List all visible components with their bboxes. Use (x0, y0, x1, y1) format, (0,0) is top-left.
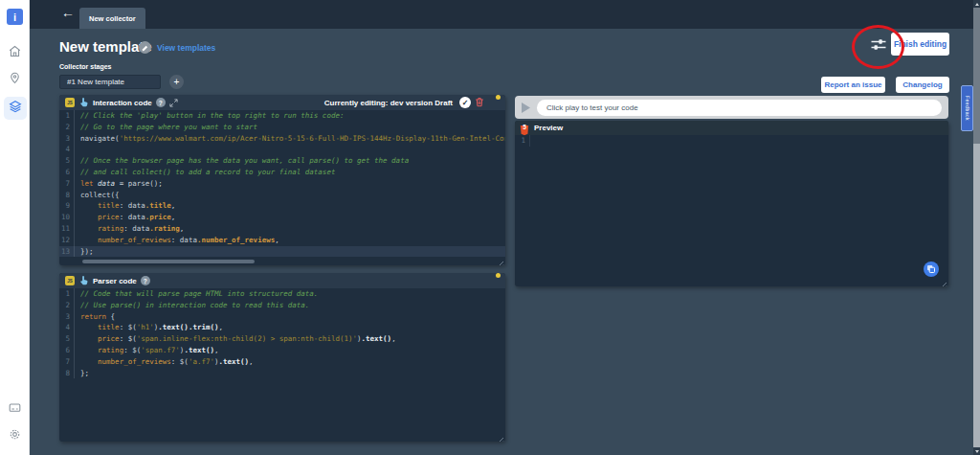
code-line[interactable]: 4 title: $('h1').text().trim(), (59, 322, 505, 333)
scroll-down-arrow-icon[interactable] (973, 447, 980, 455)
parser-code-editor[interactable]: 1// Code that will parse page HTML into … (59, 288, 505, 378)
location-pin-icon (8, 71, 22, 89)
code-line[interactable]: 13}); (59, 246, 505, 258)
code-line[interactable]: 7 number_of_reviews: $('a.f7').text(), (59, 356, 505, 368)
horizontal-scrollbar (80, 260, 492, 263)
line-number: 6 (59, 345, 75, 356)
code-line[interactable]: 10 price: data.price, (59, 212, 505, 223)
line-number: 5 (59, 155, 75, 167)
gear-icon (8, 427, 22, 445)
code-line[interactable]: 2// Use parse() in interaction code to r… (59, 300, 505, 311)
code-line[interactable]: 4 (59, 144, 505, 155)
changelog-button[interactable]: Changelog (896, 77, 949, 93)
line-number: 10 (59, 212, 75, 223)
view-templates-link[interactable]: View templates (157, 43, 215, 53)
stage-input[interactable] (59, 75, 161, 89)
page-scrollbar[interactable] (973, 0, 980, 455)
test-input-pill (537, 100, 942, 116)
collector-stages-label: Collector stages (59, 63, 111, 70)
version-history-icon[interactable] (488, 97, 500, 108)
delete-icon[interactable] (475, 95, 484, 111)
line-number: 1 (59, 110, 75, 122)
top-bar: ← New collector (30, 0, 973, 29)
preview-editor[interactable]: 1 (515, 135, 948, 147)
line-number: 2 (59, 300, 75, 311)
line-number: 1 (515, 135, 530, 147)
line-number: 13 (59, 246, 75, 258)
js-icon: JS (65, 98, 75, 107)
parser-code-panel: JS Parser code ? 1// Code that will pars… (59, 273, 505, 442)
interaction-code-panel: JS Interaction code ? Currently editing:… (59, 95, 505, 265)
interaction-code-editor[interactable]: 1// Click the 'play' button in the top r… (59, 110, 505, 257)
sidebar-item-collectors[interactable] (4, 97, 27, 120)
interaction-panel-header: JS Interaction code ? Currently editing:… (59, 95, 505, 110)
settings-sliders-icon[interactable] (870, 37, 887, 52)
left-sidebar: i (0, 0, 30, 455)
resize-grip-icon[interactable] (939, 277, 947, 285)
line-number: 4 (59, 144, 75, 155)
line-number: 7 (59, 356, 75, 368)
js-icon: JS (65, 276, 75, 285)
code-line[interactable]: 5 price: $('span.inline-flex:nth-child(2… (59, 333, 505, 345)
approve-version-icon[interactable]: ✓ (459, 97, 471, 108)
sidebar-item-locations[interactable] (0, 71, 30, 89)
interaction-hand-icon (78, 95, 89, 111)
sidebar-item-billing[interactable] (0, 400, 30, 419)
app-logo[interactable]: i (7, 9, 23, 25)
preview-panel: 5 Preview 1 (515, 121, 948, 286)
expand-icon[interactable] (169, 95, 178, 111)
code-line[interactable]: 6 rating: $('span.f7').text(), (59, 345, 505, 356)
code-line[interactable]: 2// Go to the page where you want to sta… (59, 122, 505, 133)
code-line[interactable]: 1// Click the 'play' button in the top r… (59, 110, 505, 122)
html5-icon: 5 (520, 123, 529, 133)
page-scrollbar-thumb[interactable] (973, 8, 980, 144)
code-line[interactable]: 11 rating: data.rating, (59, 223, 505, 235)
code-line[interactable]: 6// and call collect() to add a record t… (59, 167, 505, 178)
line-number: 3 (59, 133, 75, 145)
resize-grip-icon[interactable] (496, 432, 504, 441)
sidebar-item-settings[interactable] (0, 427, 30, 445)
scroll-up-arrow-icon[interactable] (973, 0, 980, 8)
parser-panel-title: Parser code (93, 277, 137, 285)
collector-tab[interactable]: New collector (79, 8, 145, 29)
code-line[interactable]: 8}; (59, 368, 505, 379)
code-line[interactable]: 5// Once the browser page has the data y… (59, 155, 505, 167)
line-number: 11 (59, 223, 75, 235)
report-issue-button[interactable]: Report an issue (821, 77, 885, 93)
card-icon (8, 400, 22, 419)
code-line[interactable]: 3return { (59, 311, 505, 323)
add-stage-button[interactable]: + (169, 75, 184, 89)
code-line[interactable]: 9 title: data.title, (59, 200, 505, 212)
version-history-icon[interactable] (488, 275, 500, 286)
test-code-input[interactable] (537, 103, 942, 112)
copy-button[interactable] (924, 262, 939, 277)
preview-header: 5 Preview (515, 121, 948, 135)
help-icon[interactable]: ? (156, 98, 166, 107)
finish-editing-button[interactable]: Finish editing (891, 33, 949, 56)
code-line[interactable]: 12 number_of_reviews: data.number_of_rev… (59, 235, 505, 246)
code-line[interactable]: 7let data = parse(); (59, 178, 505, 190)
resize-grip-icon[interactable] (496, 256, 504, 264)
code-line[interactable]: 1 (515, 135, 948, 147)
line-number: 9 (59, 200, 75, 212)
line-number: 7 (59, 178, 75, 190)
code-line[interactable]: 1// Code that will parse page HTML into … (59, 288, 505, 300)
line-number: 2 (59, 122, 75, 133)
horizontal-scrollbar-thumb[interactable] (82, 260, 255, 263)
feedback-tab[interactable]: Feedback (961, 85, 973, 131)
line-number: 12 (59, 235, 75, 246)
line-number: 8 (59, 190, 75, 201)
layers-icon (8, 99, 23, 118)
code-line[interactable]: 8collect({ (59, 190, 505, 201)
back-button[interactable]: ← (61, 5, 75, 20)
code-line[interactable]: 3navigate('https://www.walmart.com/ip/Ac… (59, 133, 505, 145)
help-icon[interactable]: ? (141, 276, 150, 285)
edit-template-icon[interactable] (139, 41, 151, 54)
line-number: 4 (59, 322, 75, 333)
parser-panel-header: JS Parser code ? (59, 273, 505, 288)
collector-tab-label: New collector (89, 14, 136, 23)
preview-title: Preview (534, 124, 563, 132)
sidebar-item-home[interactable] (0, 44, 30, 62)
play-button[interactable] (522, 102, 530, 113)
interaction-panel-title: Interaction code (93, 99, 152, 107)
